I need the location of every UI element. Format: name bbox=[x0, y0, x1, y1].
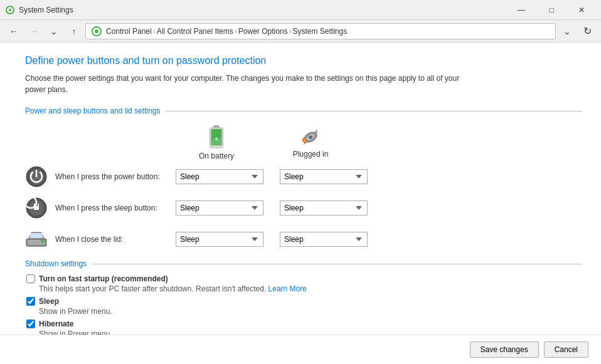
pluggedin-col-label: Plugged in bbox=[293, 150, 329, 159]
power-button-label: When I press the power button: bbox=[55, 172, 168, 181]
svg-rect-22 bbox=[30, 233, 43, 238]
dropdown-button[interactable]: ⌄ bbox=[558, 23, 576, 40]
shutdown-section: Shutdown settings Turn on fast startup (… bbox=[25, 259, 582, 335]
learn-more-link[interactable]: Learn More bbox=[269, 284, 307, 293]
svg-point-1 bbox=[9, 9, 11, 11]
main-window: Define power buttons and turn on passwor… bbox=[0, 43, 601, 364]
page-description: Choose the power settings that you want … bbox=[25, 73, 464, 95]
sleep-checkbox-label[interactable]: Sleep bbox=[39, 297, 59, 306]
sleep-battery-wrapper: Do nothing Sleep Hibernate Shut down Tur… bbox=[176, 200, 270, 216]
svg-text:+: + bbox=[215, 135, 218, 142]
lid-battery-wrapper: Do nothing Sleep Hibernate Shut down Tur… bbox=[176, 232, 270, 247]
shutdown-label: Shutdown settings bbox=[25, 259, 87, 268]
sleep-button-row: When I press the sleep button: Do nothin… bbox=[25, 197, 582, 219]
minimize-button[interactable]: — bbox=[507, 0, 536, 20]
addressbar: ← → ⌄ ↑ Control Panel › All Control Pane… bbox=[0, 20, 601, 43]
back-button[interactable]: ← bbox=[5, 23, 23, 40]
power-button-icon bbox=[25, 165, 48, 188]
section1-label: Power and sleep buttons and lid settings bbox=[25, 107, 160, 115]
pluggedin-column-header: Plugged in bbox=[263, 127, 358, 159]
window-controls: — □ ✕ bbox=[507, 0, 596, 20]
breadcrumb-system-settings: System Settings bbox=[292, 27, 347, 36]
svg-point-11 bbox=[309, 135, 312, 139]
close-button[interactable]: ✕ bbox=[567, 0, 596, 20]
battery-column-header: + On battery bbox=[169, 125, 263, 160]
power-plugged-wrapper: Do nothing Sleep Hibernate Shut down Tur… bbox=[280, 169, 374, 184]
forward-button[interactable]: → bbox=[25, 23, 43, 40]
svg-rect-4 bbox=[213, 125, 220, 128]
lid-battery-dropdown[interactable]: Do nothing Sleep Hibernate Shut down Tur… bbox=[176, 232, 263, 247]
section1-divider bbox=[165, 111, 582, 112]
fast-startup-label[interactable]: Turn on fast startup (recommended) bbox=[39, 274, 168, 283]
battery-icon: + bbox=[208, 125, 225, 149]
lid-label: When I close the lid: bbox=[55, 235, 168, 244]
sleep-checkbox-sublabel: Show in Power menu. bbox=[26, 307, 582, 316]
content-area: Define power buttons and turn on passwor… bbox=[0, 43, 601, 335]
power-plugged-dropdown[interactable]: Do nothing Sleep Hibernate Shut down Tur… bbox=[280, 169, 368, 184]
breadcrumb-power-options[interactable]: Power Options bbox=[238, 27, 288, 36]
hibernate-checkbox-label-row: Hibernate bbox=[26, 320, 582, 328]
recent-locations-button[interactable]: ⌄ bbox=[45, 23, 63, 40]
lid-plugged-wrapper: Do nothing Sleep Hibernate Shut down Tur… bbox=[280, 232, 374, 247]
hibernate-checkbox-sublabel: Show in Power menu. bbox=[26, 330, 582, 335]
breadcrumb-control-panel[interactable]: Control Panel bbox=[106, 27, 152, 36]
hibernate-checkbox[interactable] bbox=[26, 320, 35, 328]
breadcrumb-all-items[interactable]: All Control Panel Items bbox=[157, 27, 233, 36]
hibernate-checkbox-label[interactable]: Hibernate bbox=[39, 320, 73, 328]
sleep-checkbox-label-row: Sleep bbox=[26, 297, 582, 306]
app-icon bbox=[5, 5, 15, 15]
page-heading: Define power buttons and turn on passwor… bbox=[25, 55, 582, 66]
address-bar[interactable]: Control Panel › All Control Panel Items … bbox=[85, 23, 556, 39]
shutdown-header: Shutdown settings bbox=[25, 259, 582, 268]
refresh-button[interactable]: ↻ bbox=[578, 23, 596, 40]
power-battery-wrapper: Do nothing Sleep Hibernate Shut down Tur… bbox=[176, 169, 270, 184]
lid-plugged-dropdown[interactable]: Do nothing Sleep Hibernate Shut down Tur… bbox=[280, 232, 368, 247]
shutdown-divider bbox=[92, 264, 582, 264]
sleep-plugged-dropdown[interactable]: Do nothing Sleep Hibernate Shut down Tur… bbox=[280, 200, 368, 216]
sleep-checkbox-row: Sleep Show in Power menu. bbox=[25, 297, 582, 316]
power-battery-dropdown[interactable]: Do nothing Sleep Hibernate Shut down Tur… bbox=[176, 169, 263, 184]
sleep-checkbox[interactable] bbox=[26, 297, 35, 306]
fast-startup-sublabel: This helps start your PC faster after sh… bbox=[26, 284, 582, 293]
sleep-plugged-wrapper: Do nothing Sleep Hibernate Shut down Tur… bbox=[280, 200, 374, 216]
power-button-row: When I press the power button: Do nothin… bbox=[25, 165, 582, 188]
fast-startup-label-row: Turn on fast startup (recommended) bbox=[26, 274, 582, 283]
hibernate-checkbox-row: Hibernate Show in Power menu. bbox=[25, 320, 582, 335]
lid-row: When I close the lid: Do nothing Sleep H… bbox=[25, 228, 582, 251]
sleep-button-label: When I press the sleep button: bbox=[55, 204, 168, 212]
battery-col-label: On battery bbox=[199, 152, 234, 160]
lid-icon bbox=[25, 228, 48, 251]
lid-dropdowns: Do nothing Sleep Hibernate Shut down Tur… bbox=[176, 232, 374, 247]
section1-header: Power and sleep buttons and lid settings bbox=[25, 107, 582, 115]
fast-startup-row: Turn on fast startup (recommended) This … bbox=[25, 274, 582, 293]
sleep-button-icon bbox=[25, 197, 48, 219]
power-button-dropdowns: Do nothing Sleep Hibernate Shut down Tur… bbox=[176, 169, 374, 184]
sleep-button-dropdowns: Do nothing Sleep Hibernate Shut down Tur… bbox=[176, 200, 374, 216]
svg-point-3 bbox=[95, 29, 98, 33]
pluggedin-icon bbox=[299, 127, 322, 147]
footer: Save changes Cancel bbox=[0, 335, 601, 364]
column-headers: + On battery Plugged in bbox=[25, 125, 582, 160]
cancel-button[interactable]: Cancel bbox=[544, 341, 588, 358]
fast-startup-checkbox[interactable] bbox=[26, 274, 35, 283]
up-button[interactable]: ↑ bbox=[65, 23, 83, 40]
save-button[interactable]: Save changes bbox=[470, 341, 539, 358]
window-title: System Settings bbox=[19, 6, 507, 14]
titlebar: System Settings — □ ✕ bbox=[0, 0, 601, 20]
maximize-button[interactable]: □ bbox=[537, 0, 566, 20]
sleep-battery-dropdown[interactable]: Do nothing Sleep Hibernate Shut down Tur… bbox=[176, 200, 263, 216]
